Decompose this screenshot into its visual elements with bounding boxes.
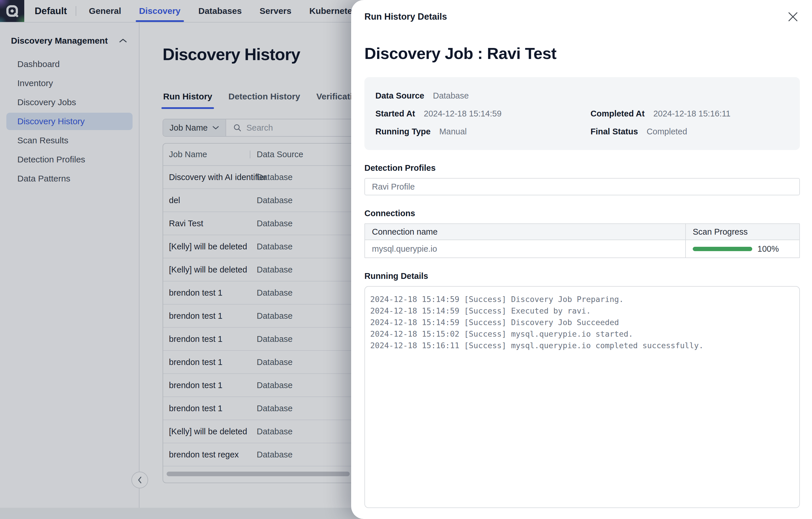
detection-profiles-value: Ravi Profile xyxy=(365,178,800,195)
detection-profiles-heading: Detection Profiles xyxy=(365,163,800,173)
log-line: 2024-12-18 15:14:59 [Success] Discovery … xyxy=(370,317,796,328)
progress-percent: 100% xyxy=(757,244,779,254)
scan-progress-cell: 100% xyxy=(686,240,799,257)
connection-name: mysql.querypie.io xyxy=(365,240,686,257)
log-line: 2024-12-18 15:14:59 [Success] Executed b… xyxy=(370,305,796,317)
field-spacer xyxy=(590,90,791,102)
log-line: 2024-12-18 15:16:11 [Success] mysql.quer… xyxy=(370,340,796,351)
connections-table: Connection name Scan Progress mysql.quer… xyxy=(365,223,800,258)
final-status-value: Completed xyxy=(646,126,687,137)
field-running-type: Running Type Manual xyxy=(375,126,590,137)
field-started-at: Started At 2024-12-18 15:14:59 xyxy=(375,108,590,119)
connections-table-header: Connection name Scan Progress xyxy=(365,224,799,240)
drawer-title: Discovery Job : Ravi Test xyxy=(365,44,800,63)
screen: Default General Discovery Databases Serv… xyxy=(0,0,812,519)
close-button[interactable] xyxy=(786,10,800,24)
running-details-log[interactable]: 2024-12-18 15:14:59 [Success] Discovery … xyxy=(365,286,800,508)
job-summary-panel: Data Source Database Started At 2024-12-… xyxy=(365,77,800,150)
field-data-source: Data Source Database xyxy=(375,90,590,102)
connections-heading: Connections xyxy=(365,209,800,218)
drawer-header: Run History Details xyxy=(365,0,800,24)
field-final-status: Final Status Completed xyxy=(590,126,791,137)
running-details-heading: Running Details xyxy=(365,271,800,281)
run-history-details-drawer: Run History Details Discovery Job : Ravi… xyxy=(351,0,812,519)
drawer-header-title: Run History Details xyxy=(365,11,447,22)
progress-bar xyxy=(693,247,752,251)
connection-row: mysql.querypie.io 100% xyxy=(365,240,799,257)
log-line: 2024-12-18 15:14:59 [Success] Discovery … xyxy=(370,294,796,305)
log-line: 2024-12-18 15:15:02 [Success] mysql.quer… xyxy=(370,328,796,340)
column-header-scan-progress: Scan Progress xyxy=(686,224,799,240)
field-completed-at: Completed At 2024-12-18 15:16:11 xyxy=(590,108,791,119)
close-icon xyxy=(787,11,799,23)
column-header-connection-name: Connection name xyxy=(365,224,686,240)
